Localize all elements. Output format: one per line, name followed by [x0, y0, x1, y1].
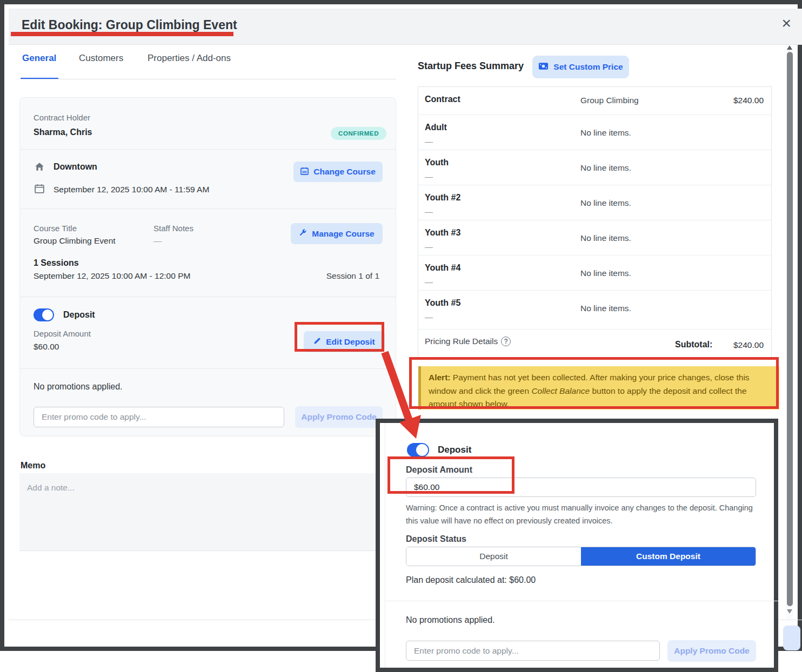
- fee-row-detail: No line items.: [580, 304, 631, 313]
- fee-row-amount: $240.00: [733, 96, 764, 105]
- booking-datetime: September 12, 2025 10:00 AM - 11:59 AM: [54, 185, 209, 194]
- fee-row-detail: No line items.: [580, 233, 631, 243]
- course-title-label: Course Title: [34, 224, 77, 233]
- fee-row-label: Contract: [425, 95, 460, 104]
- overlay-apply-promo-code-button[interactable]: Apply Promo Code: [667, 640, 756, 662]
- overlay-deposit-toggle[interactable]: [407, 443, 429, 457]
- overlay-deposit-amount-input[interactable]: [406, 478, 756, 497]
- alert-message: Alert: Payment has not yet been collecte…: [418, 366, 779, 409]
- wrench-icon: [299, 229, 307, 239]
- close-icon[interactable]: ×: [781, 15, 791, 31]
- pricing-rule-details[interactable]: Pricing Rule Details ?: [425, 337, 511, 346]
- modal-title: Edit Booking: Group Climbing Event: [22, 18, 237, 32]
- deposit-amount-label: Deposit Amount: [34, 329, 91, 338]
- deposit-status-option-custom-deposit[interactable]: Custom Deposit: [581, 547, 756, 566]
- overlay-card-edge: [385, 423, 385, 668]
- overlay-deposit-status-label: Deposit Status: [406, 534, 466, 544]
- subtotal-value: $240.00: [733, 340, 764, 350]
- fee-row-youth5: Youth #5 — No line items.: [418, 291, 771, 330]
- manage-course-label: Manage Course: [312, 229, 374, 239]
- deposit-toggle[interactable]: [34, 308, 54, 321]
- fee-row-detail: No line items.: [580, 163, 631, 173]
- tab-properties-addons[interactable]: Properties / Add-ons: [148, 53, 231, 64]
- tab-general[interactable]: General: [22, 53, 56, 64]
- contract-holder-name: Sharma, Chris: [34, 127, 92, 137]
- edit-deposit-button[interactable]: Edit Deposit: [304, 331, 385, 352]
- deposit-status-option-deposit[interactable]: Deposit: [406, 547, 581, 566]
- fee-row-dash: —: [425, 277, 433, 286]
- fee-row-label: Youth #4: [425, 263, 460, 273]
- fee-row-dash: —: [425, 172, 433, 181]
- overlay-promotions-text: No promotions applied.: [406, 615, 495, 625]
- overlay-warning-text: Warning: Once a contract is active you m…: [406, 501, 757, 527]
- apply-promo-code-button[interactable]: Apply Promo Code: [295, 406, 383, 428]
- overlay-deposit-amount-label: Deposit Amount: [406, 465, 472, 475]
- manage-course-button[interactable]: Manage Course: [291, 223, 383, 244]
- card-divider: [20, 209, 396, 209]
- overlay-divider: [385, 601, 778, 601]
- tab-customers[interactable]: Customers: [79, 53, 123, 64]
- card-divider: [20, 297, 396, 297]
- change-course-label: Change Course: [313, 167, 376, 177]
- location-name: Downtown: [54, 162, 97, 172]
- fee-row-dash: —: [425, 312, 433, 321]
- fee-row-label: Adult: [425, 123, 447, 132]
- overlay-deposit-label: Deposit: [438, 445, 471, 455]
- fee-row-dash: —: [425, 137, 433, 146]
- home-icon: [35, 162, 44, 174]
- deposit-toggle-label: Deposit: [63, 310, 95, 320]
- pricing-rule-label: Pricing Rule Details: [425, 337, 498, 346]
- scrollbar-up-arrow-icon[interactable]: [787, 45, 792, 50]
- toggle-knob: [42, 310, 53, 320]
- fee-row-label: Youth: [425, 158, 449, 167]
- fee-row-contract: Contract Group Climbing $240.00: [418, 87, 771, 115]
- screenshot-root: Edit Booking: Group Climbing Event × Gen…: [0, 0, 802, 672]
- modal-header: Edit Booking: Group Climbing Event ×: [9, 9, 802, 45]
- fee-row-dash: —: [425, 242, 433, 251]
- staff-notes-value: —: [153, 236, 162, 245]
- cash-icon: [538, 62, 549, 72]
- subtotal-label: Subtotal:: [675, 340, 712, 350]
- fee-row-label: Youth #3: [425, 228, 460, 238]
- alert-prefix: Alert:: [429, 373, 450, 382]
- fees-table: Contract Group Climbing $240.00 Adult — …: [418, 86, 772, 358]
- edit-deposit-label: Edit Deposit: [326, 337, 375, 347]
- help-icon[interactable]: ?: [501, 337, 511, 346]
- toggle-knob: [416, 444, 428, 456]
- fees-panel-title: Startup Fees Summary: [418, 61, 524, 72]
- fee-row-youth: Youth — No line items.: [418, 150, 771, 185]
- alert-italic: Collect Balance: [531, 386, 590, 395]
- scrollbar-thumb[interactable]: [787, 52, 793, 606]
- fee-row-youth4: Youth #4 — No line items.: [418, 256, 771, 291]
- fee-row-detail: Group Climbing: [580, 96, 639, 105]
- footer-button-partial[interactable]: [783, 626, 800, 650]
- card-divider: [20, 368, 396, 369]
- fee-row-youth3: Youth #3 — No line items.: [418, 220, 771, 256]
- annotation-title-underline: [11, 32, 233, 36]
- fee-row-adult: Adult — No line items.: [418, 115, 771, 150]
- set-custom-price-label: Set Custom Price: [553, 62, 623, 72]
- card-divider: [20, 149, 396, 150]
- edit-deposit-overlay: Deposit Deposit Amount Warning: Once a c…: [376, 419, 778, 672]
- fee-row-dash: —: [425, 207, 433, 216]
- fee-row-label: Youth #5: [425, 298, 460, 308]
- fee-row-detail: No line items.: [580, 198, 631, 208]
- sessions-count: 1 Sessions: [34, 258, 79, 268]
- set-custom-price-button[interactable]: Set Custom Price: [532, 56, 629, 78]
- fee-row-youth2: Youth #2 — No line items.: [418, 185, 771, 220]
- deposit-amount-value: $60.00: [34, 342, 59, 352]
- booking-card: Contract Holder Sharma, Chris CONFIRMED …: [19, 97, 396, 436]
- promotions-status-text: No promotions applied.: [34, 382, 123, 392]
- memo-input[interactable]: Add a note...: [19, 473, 396, 551]
- fee-row-label: Youth #2: [425, 193, 460, 203]
- fees-footer: Pricing Rule Details ? Subtotal: $240.00: [418, 330, 771, 355]
- fee-row-detail: No line items.: [580, 268, 631, 278]
- contract-holder-label: Contract Holder: [34, 113, 90, 122]
- promo-code-input[interactable]: [34, 407, 284, 427]
- pencil-icon: [313, 337, 321, 347]
- scrollbar-down-arrow-icon[interactable]: [787, 609, 792, 614]
- overlay-promo-code-input[interactable]: [406, 641, 660, 661]
- change-course-button[interactable]: Change Course: [293, 162, 383, 182]
- staff-notes-label: Staff Notes: [153, 224, 193, 233]
- calendar-icon: [300, 167, 309, 177]
